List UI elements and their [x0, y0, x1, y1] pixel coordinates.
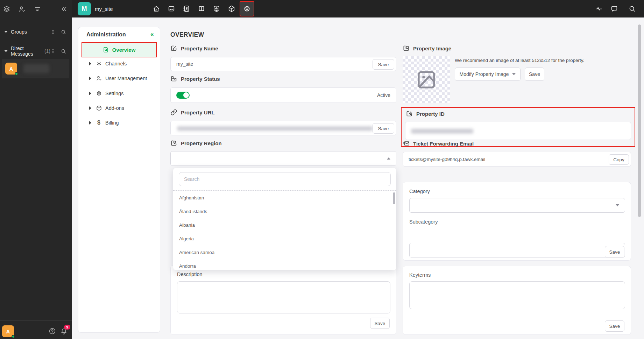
property-url-save-button[interactable]: Save: [373, 123, 394, 134]
page-scrollbar-thumb[interactable]: [638, 24, 641, 217]
dm-label: Direct Messages: [11, 45, 43, 57]
settings-gear-icon: [95, 90, 102, 97]
nav-administration-icon[interactable]: [240, 1, 254, 16]
region-option[interactable]: Algeria: [173, 232, 396, 246]
dm-contact-name-redacted: [23, 64, 49, 73]
chevron-down-icon: [4, 31, 8, 33]
property-image-section-label: Property Image: [403, 45, 451, 52]
dropdown-scrollbar-thumb[interactable]: [393, 192, 395, 204]
property-name-label[interactable]: my_site: [95, 0, 113, 17]
region-search-input[interactable]: [179, 172, 391, 186]
property-image-hint: We recommend an image of at least 512x51…: [455, 58, 584, 63]
chevron-right-icon: [89, 121, 91, 125]
panel-collapse-icon[interactable]: «: [150, 31, 154, 38]
global-search-icon[interactable]: [624, 0, 639, 17]
online-status-dot: [15, 72, 18, 76]
page-scrollbar: [637, 19, 642, 339]
groups-search-icon[interactable]: [61, 29, 66, 35]
sidebar-item-addons[interactable]: Add-ons: [82, 101, 157, 115]
keyterms-save-button[interactable]: Save: [605, 320, 624, 332]
online-status-dot: [12, 335, 15, 338]
notification-badge: 9: [64, 325, 70, 330]
nav-home-icon[interactable]: [149, 0, 164, 17]
property-id-row: [405, 122, 631, 140]
chevron-down-icon: [4, 50, 8, 52]
filter-icon[interactable]: [34, 5, 41, 13]
region-option[interactable]: American samoa: [173, 246, 396, 259]
region-option[interactable]: Afghanistan: [173, 191, 396, 205]
description-textarea[interactable]: [177, 281, 390, 313]
property-status-toggle[interactable]: [176, 92, 190, 99]
chevron-right-icon: [89, 106, 91, 110]
dropdown-divider: [173, 190, 396, 191]
layers-icon[interactable]: [3, 5, 10, 13]
sidebar-item-settings[interactable]: Settings: [82, 86, 157, 101]
property-name-save-button[interactable]: Save: [373, 59, 394, 70]
messages-icon[interactable]: [607, 0, 622, 17]
messaging-rail: Groups Direct Messages (1) A: [0, 0, 72, 339]
property-url-row: Save: [170, 121, 396, 135]
keyterms-label: Keyterms: [409, 272, 431, 278]
activity-icon[interactable]: [591, 0, 606, 17]
user-avatar[interactable]: A: [2, 325, 14, 337]
chevron-down-icon: [616, 204, 619, 206]
property-name-icon: [170, 45, 177, 52]
keyterms-textarea[interactable]: [409, 281, 625, 309]
collapse-rail-icon[interactable]: [60, 5, 68, 13]
region-option[interactable]: Åland islands: [173, 205, 396, 218]
overview-icon: [103, 47, 109, 53]
nav-inbox-icon[interactable]: [164, 0, 179, 17]
ticket-forwarding-copy-button[interactable]: Copy: [609, 154, 629, 165]
region-option[interactable]: Andorra: [173, 259, 396, 270]
sidebar-item-label: Settings: [105, 91, 123, 96]
property-image-placeholder[interactable]: [403, 56, 450, 103]
property-image-save-button[interactable]: Save: [525, 68, 544, 81]
chevron-right-icon: [89, 92, 91, 95]
modify-property-image-button[interactable]: Modify Property Image: [455, 68, 521, 81]
category-label: Category: [409, 189, 430, 194]
sidebar-item-user-management[interactable]: User Management: [82, 71, 157, 86]
groups-section-header[interactable]: Groups: [3, 27, 69, 36]
property-id-icon: [406, 110, 413, 117]
description-save-button[interactable]: Save: [370, 318, 390, 329]
region-option[interactable]: Albania: [173, 218, 396, 232]
sidebar-item-billing[interactable]: $ Billing: [82, 115, 157, 130]
property-image-icon: [403, 45, 410, 52]
sidebar-item-overview[interactable]: Overview: [82, 42, 157, 57]
sidebar-item-label: Channels: [105, 61, 127, 66]
property-region-section-label: Property Region: [170, 140, 222, 147]
ticket-forwarding-value[interactable]: tickets@mysite-g09h4q.p.tawk.email: [403, 157, 485, 162]
groups-kebab-icon[interactable]: [50, 29, 56, 35]
property-name-value[interactable]: my_site: [171, 61, 193, 67]
property-url-icon: [170, 109, 177, 116]
property-id-value-redacted[interactable]: [411, 129, 473, 134]
ticket-forwarding-icon: [403, 140, 410, 147]
category-select[interactable]: [409, 198, 625, 213]
property-url-value-redacted[interactable]: [177, 126, 373, 131]
dm-count: (1): [44, 48, 50, 54]
property-avatar[interactable]: M: [78, 2, 91, 15]
region-dropdown-panel: Afghanistan Åland islands Albania Algeri…: [173, 168, 396, 270]
property-id-section-label: Property ID: [406, 110, 445, 117]
dm-conversation-item[interactable]: A: [2, 59, 69, 78]
image-placeholder-icon: [415, 68, 438, 91]
subcategory-select[interactable]: [409, 243, 625, 257]
user-management-icon: [95, 75, 102, 82]
dm-search-icon[interactable]: [61, 48, 66, 54]
property-status-section-label: Property Status: [170, 75, 220, 82]
dm-section-header[interactable]: Direct Messages (1): [3, 47, 69, 56]
property-region-select[interactable]: [170, 151, 396, 166]
property-url-section-label: Property URL: [170, 109, 215, 116]
dm-kebab-icon[interactable]: [50, 49, 56, 54]
nav-contacts-icon[interactable]: [179, 0, 194, 17]
user-check-icon[interactable]: [18, 5, 26, 13]
nav-addons-icon[interactable]: [224, 0, 239, 17]
chevron-down-icon: [512, 73, 516, 75]
sidebar-item-label: User Management: [105, 76, 147, 81]
nav-knowledge-base-icon[interactable]: [194, 0, 209, 17]
help-icon[interactable]: [48, 327, 56, 335]
sidebar-item-channels[interactable]: Channels: [82, 56, 157, 71]
nav-reporting-icon[interactable]: [209, 0, 224, 17]
sidebar-item-label: Add-ons: [105, 105, 124, 111]
category-save-button[interactable]: Save: [605, 246, 624, 258]
